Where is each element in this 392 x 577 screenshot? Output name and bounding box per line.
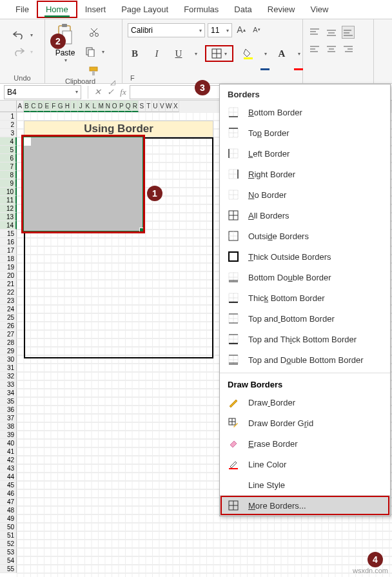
col-head-M[interactable]: M <box>98 101 105 112</box>
border-item-thick[interactable]: Thick Outside Borders <box>220 246 390 267</box>
grow-font-icon[interactable]: A▴ <box>235 23 248 36</box>
row-head-52[interactable]: 52 <box>0 540 17 548</box>
tab-file[interactable]: File <box>8 1 37 18</box>
row-head-11[interactable]: 11 <box>0 196 17 204</box>
row-head-6[interactable]: 6 <box>0 154 17 162</box>
draw-item-drawgrid[interactable]: Draw Border Grid <box>220 413 390 433</box>
clipboard-launcher-icon[interactable]: ◿ <box>110 79 117 86</box>
enter-formula-icon[interactable]: ✓ <box>104 87 117 97</box>
more-borders-item[interactable]: More Borders... <box>220 495 390 516</box>
col-head-K[interactable]: K <box>84 101 92 112</box>
row-head-8[interactable]: 8 <box>0 171 17 179</box>
format-painter-icon[interactable] <box>88 64 101 77</box>
bold-button[interactable]: B <box>128 46 142 61</box>
fill-color-button[interactable] <box>241 46 255 61</box>
row-head-42[interactable]: 42 <box>0 456 17 464</box>
redo-icon[interactable] <box>12 45 25 58</box>
row-head-17[interactable]: 17 <box>0 246 17 255</box>
italic-button[interactable]: I <box>150 46 164 61</box>
align-center-icon[interactable] <box>325 43 338 55</box>
fontcolor-caret[interactable]: ▾ <box>298 51 300 57</box>
border-item-right[interactable]: Right Border <box>220 164 390 184</box>
border-item-bdouble[interactable]: Bottom Double Border <box>220 267 390 288</box>
col-head-P[interactable]: P <box>119 101 126 112</box>
row-head-28[interactable]: 28 <box>0 338 17 347</box>
row-head-31[interactable]: 31 <box>0 364 17 372</box>
border-item-ttb[interactable]: Top and Thick Bottom Border <box>220 329 390 349</box>
align-middle-icon[interactable] <box>325 26 338 39</box>
col-head-X[interactable]: X <box>173 101 180 112</box>
row-head-18[interactable]: 18 <box>0 255 17 263</box>
col-head-I[interactable]: I <box>71 101 78 112</box>
font-name-select[interactable]: Calibri▾ <box>128 23 205 37</box>
draw-item-linestyle[interactable]: Line Style <box>220 474 390 495</box>
row-head-39[interactable]: 39 <box>0 431 17 439</box>
row-head-20[interactable]: 20 <box>0 271 17 280</box>
row-head-40[interactable]: 40 <box>0 439 17 447</box>
draw-item-draw[interactable]: Draw Border <box>220 392 390 413</box>
row-head-30[interactable]: 30 <box>0 355 17 364</box>
fx-icon[interactable]: fx <box>117 87 130 97</box>
border-item-outside[interactable]: Outside Borders <box>220 226 390 246</box>
col-head-L[interactable]: L <box>92 101 99 112</box>
border-item-top[interactable]: Top Border <box>220 122 390 143</box>
row-head-38[interactable]: 38 <box>0 422 17 431</box>
row-head-24[interactable]: 24 <box>0 305 17 313</box>
row-head-51[interactable]: 51 <box>0 531 17 540</box>
col-head-D[interactable]: D <box>37 101 44 112</box>
row-head-53[interactable]: 53 <box>0 548 17 556</box>
tab-home[interactable]: Home <box>37 1 77 18</box>
col-head-R[interactable]: R <box>132 101 139 112</box>
tab-review[interactable]: Review <box>260 1 303 18</box>
row-head-26[interactable]: 26 <box>0 322 17 330</box>
row-head-48[interactable]: 48 <box>0 506 17 514</box>
align-right-icon[interactable] <box>342 43 355 55</box>
font-size-select[interactable]: 11▾ <box>208 23 232 37</box>
shrink-font-icon[interactable]: A▾ <box>250 23 263 36</box>
align-left-icon[interactable] <box>308 43 321 55</box>
row-head-34[interactable]: 34 <box>0 389 17 397</box>
row-head-22[interactable]: 22 <box>0 288 17 297</box>
row-head-9[interactable]: 9 <box>0 179 17 188</box>
row-head-21[interactable]: 21 <box>0 280 17 288</box>
cut-icon[interactable] <box>88 26 101 39</box>
col-head-O[interactable]: O <box>112 101 119 112</box>
row-head-10[interactable]: 10 <box>0 188 17 196</box>
row-head-32[interactable]: 32 <box>0 372 17 380</box>
col-head-T[interactable]: T <box>146 101 153 112</box>
col-head-E[interactable]: E <box>44 101 51 112</box>
border-item-tb[interactable]: Top and Bottom Border <box>220 308 390 329</box>
row-head-44[interactable]: 44 <box>0 473 17 481</box>
tab-data[interactable]: Data <box>226 1 259 18</box>
copy-caret[interactable]: ▾ <box>102 49 104 55</box>
tab-insert[interactable]: Insert <box>77 1 114 18</box>
col-head-A[interactable]: A <box>17 101 24 112</box>
row-head-46[interactable]: 46 <box>0 489 17 498</box>
paste-label[interactable]: Paste <box>55 48 75 57</box>
row-head-2[interactable]: 2 <box>0 121 17 129</box>
row-head-23[interactable]: 23 <box>0 297 17 305</box>
tab-formulas[interactable]: Formulas <box>176 1 226 18</box>
row-head-36[interactable]: 36 <box>0 406 17 414</box>
row-head-12[interactable]: 12 <box>0 204 17 213</box>
row-head-41[interactable]: 41 <box>0 447 17 456</box>
col-head-C[interactable]: C <box>30 101 37 112</box>
tab-view[interactable]: View <box>302 1 336 18</box>
col-head-B[interactable]: B <box>24 101 31 112</box>
border-item-all[interactable]: All Borders <box>220 205 390 226</box>
row-head-14[interactable]: 14 <box>0 221 17 230</box>
tab-pagelayout[interactable]: Page Layout <box>113 1 176 18</box>
row-head-45[interactable]: 45 <box>0 481 17 489</box>
row-head-35[interactable]: 35 <box>0 397 17 406</box>
border-item-bottom[interactable]: Bottom Border <box>220 102 390 122</box>
col-head-Q[interactable]: Q <box>125 101 132 112</box>
align-bottom-icon[interactable] <box>342 26 355 39</box>
font-color-button[interactable]: A <box>275 46 289 61</box>
row-head-37[interactable]: 37 <box>0 414 17 422</box>
col-head-U[interactable]: U <box>152 101 159 112</box>
row-head-43[interactable]: 43 <box>0 464 17 473</box>
row-head-1[interactable]: 1 <box>0 112 17 121</box>
borders-button[interactable]: ▾ <box>205 45 233 62</box>
underline-caret[interactable]: ▾ <box>195 51 197 57</box>
row-head-13[interactable]: 13 <box>0 213 17 221</box>
